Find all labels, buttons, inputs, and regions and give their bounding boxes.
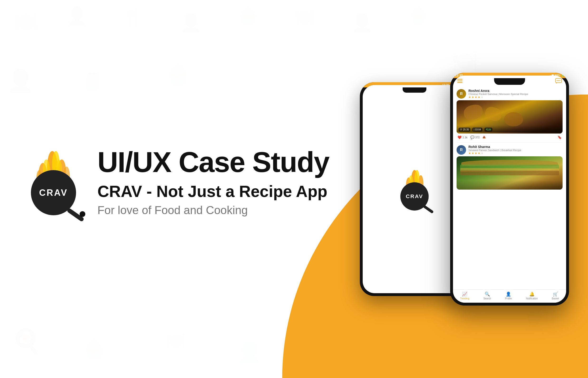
author-avatar-1: R — [457, 89, 466, 99]
like-button[interactable]: ❤️ 1.1k — [458, 135, 467, 139]
servings-icon: | — [474, 128, 474, 131]
nav-search[interactable]: 🔍 Search — [483, 292, 491, 300]
nav-notification[interactable]: 🔔 Notification — [526, 292, 538, 300]
svg-point-41 — [560, 80, 561, 81]
svg-point-40 — [558, 80, 559, 81]
comment-button[interactable]: 💬 372 — [470, 135, 480, 139]
recipe-card-1: R Roshni Arora Chinese Pocket Samosa | M… — [453, 86, 566, 142]
svg-text:🫙: 🫙 — [83, 72, 102, 90]
bookmark-icon: 🔖 — [558, 135, 562, 139]
profile-icon: 👤 — [506, 292, 511, 297]
nav-trending[interactable]: 📈 Trending — [460, 292, 469, 300]
svg-text:🍽️: 🍽️ — [166, 331, 185, 350]
samosa-image: ⏱ 25:35 | 03:04 ₹126 — [457, 100, 562, 134]
svg-point-39 — [557, 80, 558, 81]
author-info-2: Rohit Sharma Smoked Paneer Sandwich | Br… — [468, 145, 562, 155]
notch-front — [494, 78, 525, 85]
nav-basket-label: Basket — [552, 297, 559, 300]
basket-icon: 🛒 — [553, 292, 558, 297]
comment-icon: 💬 — [470, 135, 474, 139]
svg-text:🧁: 🧁 — [166, 63, 190, 85]
phones-area: 12:30 ▂▄▆ WiFi 🔋 — [360, 73, 569, 306]
nav-basket[interactable]: 🛒 Basket — [552, 292, 559, 300]
svg-text:👤: 👤 — [67, 6, 87, 26]
notch-back — [403, 87, 426, 93]
search-icon: 🔍 — [485, 292, 490, 297]
time-tag: ⏱ 25:35 — [458, 128, 470, 132]
svg-text:🧁: 🧁 — [409, 6, 428, 24]
comment-count: 372 — [475, 136, 480, 139]
nav-notification-label: Notification — [526, 297, 538, 300]
recipe-image-1: ⏱ 25:35 | 03:04 ₹126 — [457, 100, 562, 134]
page-title: UI/UX Case Study — [97, 147, 329, 177]
svg-text:🍽️: 🍽️ — [451, 49, 478, 74]
notification-icon: 🔔 — [529, 292, 534, 297]
svg-text:👤: 👤 — [352, 13, 373, 33]
svg-text:🧁: 🧁 — [83, 339, 105, 359]
clock-icon: ⏱ — [460, 128, 462, 131]
svg-text:🧁: 🧁 — [238, 6, 259, 26]
servings-tag: | 03:04 — [472, 128, 482, 132]
phone-front: 12:30 ▂▄▆ WiFi 🔋 CRAV — [450, 73, 569, 306]
phone-front-frame: 12:30 ▂▄▆ WiFi 🔋 CRAV — [450, 73, 569, 306]
svg-text:CRAV: CRAV — [39, 188, 68, 198]
svg-text:🍽️: 🍽️ — [295, 8, 314, 26]
nav-profile[interactable]: 👤 Profile — [505, 292, 512, 300]
author-name-2: Rohit Sharma — [468, 145, 562, 149]
recipe-meta-1: ⏱ 25:35 | 03:04 ₹126 — [458, 128, 492, 132]
heart-icon: ❤️ — [458, 135, 462, 139]
recipe-name-2: Smoked Paneer Sandwich | Breakfast Recip… — [468, 149, 562, 152]
svg-text:👤: 👤 — [181, 13, 202, 33]
share-icon: 📤 — [482, 136, 486, 139]
stars-2: ★ ★ ★ ★ ★ — [468, 152, 562, 155]
price-tag: ₹126 — [484, 128, 493, 132]
menu-icon[interactable] — [457, 79, 463, 83]
tagline: For love of Food and Cooking — [97, 204, 329, 217]
logo-area: CRAV UI/UX Case Study CRAV - Not Just a … — [19, 142, 329, 222]
svg-text:👤: 👤 — [7, 68, 33, 93]
svg-text:🍳: 🍳 — [12, 327, 41, 354]
sandwich-image — [457, 156, 562, 189]
svg-point-29 — [80, 211, 85, 217]
like-count: 1.1k — [463, 136, 467, 139]
nav-trending-label: Trending — [460, 297, 469, 300]
nav-profile-label: Profile — [505, 297, 512, 300]
text-content: UI/UX Case Study CRAV - Not Just a Recip… — [97, 147, 329, 217]
share-button[interactable]: 📤 — [482, 136, 486, 139]
nav-search-label: Search — [483, 297, 491, 300]
trending-icon: 📈 — [462, 292, 467, 297]
recipe-image-2 — [457, 156, 562, 189]
phone-front-screen: CRAV R — [453, 76, 566, 303]
subtitle: CRAV - Not Just a Recipe App — [97, 182, 329, 201]
svg-text:🍽️: 🍽️ — [14, 11, 38, 33]
svg-text:CRAV: CRAV — [406, 193, 423, 199]
bookmark-button[interactable]: 🔖 — [558, 135, 562, 139]
svg-text:👤: 👤 — [238, 341, 261, 364]
bottom-navigation: 📈 Trending 🔍 Search 👤 Profile 🔔 Notifica… — [453, 289, 566, 303]
recipe-author-1: R Roshni Arora Chinese Pocket Samosa | M… — [457, 89, 562, 99]
crav-logo: CRAV — [19, 142, 86, 222]
chat-icon[interactable] — [555, 78, 562, 84]
recipe-card-2: R Rohit Sharma Smoked Paneer Sandwich | … — [453, 143, 566, 193]
svg-text:🍴: 🍴 — [123, 8, 143, 26]
svg-rect-37 — [423, 205, 434, 214]
recipe-author-2: R Rohit Sharma Smoked Paneer Sandwich | … — [457, 145, 562, 155]
author-avatar-2: R — [457, 145, 466, 155]
author-name-1: Roshni Arora — [468, 89, 562, 93]
stars-1: ★ ★ ★ ★ ★ — [468, 95, 562, 99]
author-info-1: Roshni Arora Chinese Pocket Samosa | Mon… — [468, 89, 562, 99]
recipe-name-1: Chinese Pocket Samosa | Monsoon Special … — [468, 93, 562, 95]
recipe-actions-1: ❤️ 1.1k 💬 372 📤 🔖 — [457, 135, 562, 141]
left-content: CRAV UI/UX Case Study CRAV - Not Just a … — [19, 142, 329, 237]
